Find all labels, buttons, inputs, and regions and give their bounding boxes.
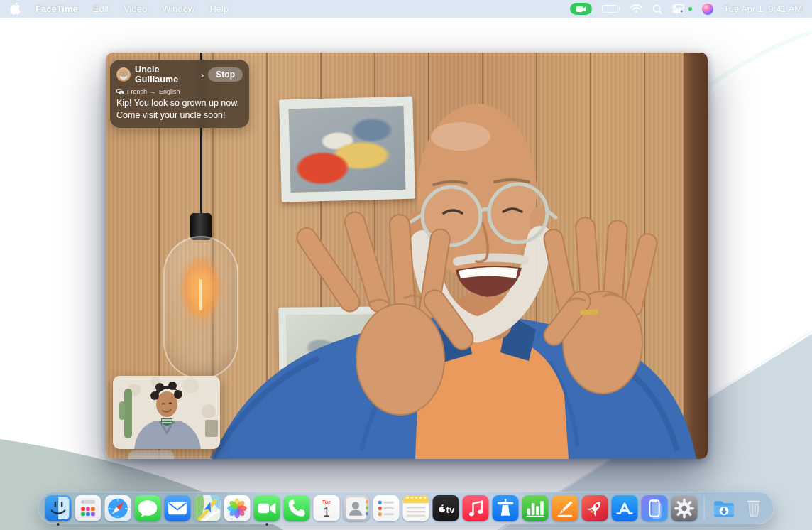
- dock-item-facetime[interactable]: [254, 495, 280, 521]
- reminders-icon: [373, 495, 400, 521]
- dock-item-numbers[interactable]: [522, 495, 549, 521]
- phone-icon: [284, 495, 310, 521]
- dock-item-music[interactable]: [463, 495, 489, 521]
- launchpad-icon: [75, 495, 102, 521]
- stop-translation-button[interactable]: Stop: [208, 67, 243, 82]
- maps-icon: [194, 495, 221, 521]
- svg-text:Tue: Tue: [322, 498, 331, 504]
- svg-text:1: 1: [323, 504, 330, 519]
- caption-line-2: Come visit your uncle soon!: [116, 109, 243, 121]
- siri-icon[interactable]: [702, 4, 713, 15]
- dock-item-settings[interactable]: [671, 495, 698, 521]
- dock-item-contacts[interactable]: [344, 495, 370, 521]
- facetime-window: Uncle Guillaume › Stop a French → Englis…: [106, 53, 708, 459]
- caption-line-1: Kip! You look so grown up now.: [116, 97, 243, 109]
- battery-icon[interactable]: [602, 5, 620, 13]
- dock-item-finder[interactable]: [45, 495, 72, 521]
- keynote-icon: [493, 495, 519, 521]
- finder-icon: [45, 495, 72, 521]
- running-indicator: [57, 523, 60, 526]
- mail-icon: [165, 495, 191, 521]
- menu-help[interactable]: Help: [209, 4, 229, 14]
- pages-icon: [552, 495, 578, 521]
- self-view-pip[interactable]: [113, 376, 220, 449]
- menu-bar: FaceTime Edit Video Window Help: [0, 0, 812, 18]
- dock-item-games[interactable]: [582, 495, 608, 521]
- camera-active-indicator-icon[interactable]: [570, 3, 592, 15]
- dock-item-pages[interactable]: [552, 495, 578, 521]
- dock: Tue1tv: [38, 492, 774, 524]
- dock-divider: [704, 496, 705, 520]
- dock-item-notes[interactable]: [403, 495, 429, 521]
- secondary-tile-peek: [128, 450, 174, 459]
- downloads-icon: [711, 495, 737, 521]
- messages-icon: [135, 495, 161, 521]
- facetime-icon: [254, 495, 280, 521]
- dock-item-downloads[interactable]: [711, 495, 737, 521]
- dock-item-maps[interactable]: [194, 495, 221, 521]
- dock-item-launchpad[interactable]: [75, 495, 102, 521]
- chevron-right-icon[interactable]: ›: [201, 70, 204, 80]
- safari-icon: [105, 495, 131, 521]
- dock-item-safari[interactable]: [105, 495, 131, 521]
- status-green-dot: [688, 7, 692, 11]
- caller-name[interactable]: Uncle Guillaume: [135, 65, 196, 85]
- wifi-icon[interactable]: [630, 4, 642, 13]
- source-language: French: [127, 88, 147, 95]
- dock-item-appstore[interactable]: [612, 495, 638, 521]
- caller-avatar: [116, 67, 131, 82]
- contacts-icon: [344, 495, 370, 521]
- menu-bar-clock[interactable]: Tue Apr 1 9:41 AM: [723, 4, 802, 14]
- numbers-icon: [522, 495, 549, 521]
- appstore-icon: [612, 495, 638, 521]
- dock-item-photos[interactable]: [224, 495, 251, 521]
- translate-icon: a: [116, 89, 124, 95]
- iphone-mirroring-icon: [642, 495, 668, 521]
- notes-icon: [403, 495, 429, 521]
- target-language: English: [159, 88, 180, 95]
- menu-facetime[interactable]: FaceTime: [35, 4, 78, 14]
- appletv-icon: tv: [433, 495, 459, 521]
- photos-icon: [224, 495, 251, 521]
- dock-item-calendar[interactable]: Tue1: [314, 495, 340, 521]
- svg-text:tv: tv: [446, 504, 455, 514]
- dock-item-keynote[interactable]: [493, 495, 519, 521]
- dock-item-appletv[interactable]: tv: [433, 495, 459, 521]
- dock-item-phone[interactable]: [284, 495, 310, 521]
- dock-item-messages[interactable]: [135, 495, 161, 521]
- apple-menu-icon[interactable]: [10, 3, 21, 15]
- dock-item-trash[interactable]: [741, 495, 767, 521]
- translation-overlay: Uncle Guillaume › Stop a French → Englis…: [110, 60, 249, 128]
- settings-icon: [671, 495, 698, 521]
- menu-edit[interactable]: Edit: [93, 4, 109, 14]
- dock-item-mail[interactable]: [165, 495, 191, 521]
- dock-item-reminders[interactable]: [373, 495, 400, 521]
- menu-video[interactable]: Video: [124, 4, 147, 14]
- games-icon: [582, 495, 608, 521]
- arrow-icon: →: [150, 88, 156, 95]
- control-center-icon[interactable]: [672, 4, 684, 13]
- desktop: FaceTime Edit Video Window Help: [0, 0, 812, 530]
- menu-window[interactable]: Window: [162, 4, 194, 14]
- spotlight-search-icon[interactable]: [652, 4, 662, 14]
- running-indicator: [265, 523, 268, 526]
- dock-item-iphone-mirroring[interactable]: [642, 495, 668, 521]
- trash-icon: [741, 495, 767, 521]
- music-icon: [463, 495, 489, 521]
- calendar-icon: Tue1: [314, 495, 340, 521]
